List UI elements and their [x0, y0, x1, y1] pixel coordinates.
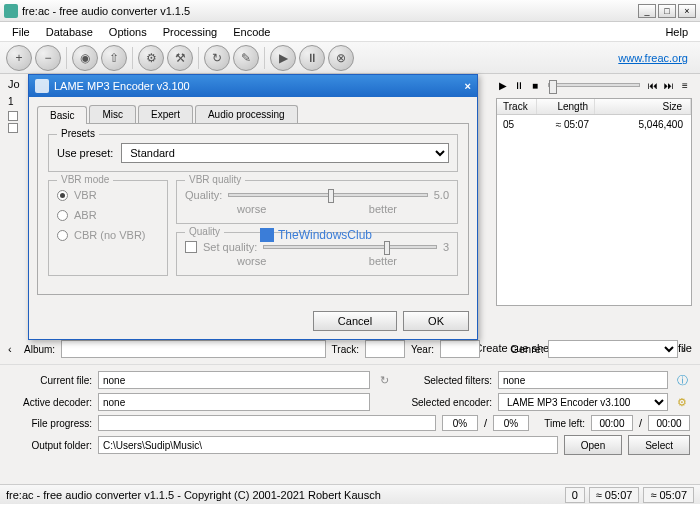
- set-quality-checkbox[interactable]: [185, 241, 197, 253]
- player-play-icon[interactable]: ▶: [496, 78, 510, 92]
- info-icon[interactable]: ⓘ: [674, 372, 690, 388]
- progress-pct-1: 0%: [442, 415, 478, 431]
- current-file-value: none: [98, 371, 370, 389]
- stop-icon[interactable]: ⊗: [328, 45, 354, 71]
- website-link[interactable]: www.freac.org: [618, 52, 694, 64]
- player-pause-icon[interactable]: ⏸: [512, 78, 526, 92]
- right-arrow-icon[interactable]: ›: [682, 343, 692, 355]
- vbr-radio[interactable]: [57, 190, 68, 201]
- tag-icon[interactable]: ✎: [233, 45, 259, 71]
- row-num: 1: [8, 96, 20, 107]
- active-decoder-label: Active decoder:: [10, 397, 92, 408]
- col-header-track[interactable]: Track: [497, 99, 537, 114]
- abr-label: ABR: [74, 209, 97, 221]
- cancel-button[interactable]: Cancel: [313, 311, 397, 331]
- file-progress-bar: [98, 415, 436, 431]
- vbr-quality-legend: VBR quality: [185, 174, 245, 185]
- time-left-2: 00:00: [648, 415, 690, 431]
- status-copyright: fre:ac - free audio converter v1.1.5 - C…: [6, 489, 381, 501]
- track-label: Track:: [332, 344, 359, 355]
- dialog-close-icon[interactable]: ×: [465, 80, 471, 92]
- menu-bar: File Database Options Processing Encode …: [0, 22, 700, 42]
- track-table: Track Length Size 05 ≈ 05:07 5,046,400: [496, 98, 692, 306]
- menu-help[interactable]: Help: [657, 24, 696, 40]
- menu-options[interactable]: Options: [101, 24, 155, 40]
- ok-button[interactable]: OK: [403, 311, 469, 331]
- tab-expert[interactable]: Expert: [138, 105, 193, 123]
- player-seek-slider[interactable]: [548, 83, 640, 87]
- vbr-mode-legend: VBR mode: [57, 174, 113, 185]
- tab-basic[interactable]: Basic: [37, 106, 87, 124]
- minimize-button[interactable]: _: [638, 4, 656, 18]
- dialog-title-text: LAME MP3 Encoder v3.100: [54, 80, 190, 92]
- track-input[interactable]: [365, 340, 405, 358]
- dialog-titlebar[interactable]: LAME MP3 Encoder v3.100 ×: [29, 75, 477, 97]
- cbr-label: CBR (no VBR): [74, 229, 146, 241]
- vbr-quality-slider[interactable]: [228, 193, 427, 197]
- add-file-icon[interactable]: +: [6, 45, 32, 71]
- selected-filters-value: none: [498, 371, 668, 389]
- year-label: Year:: [411, 344, 434, 355]
- menu-file[interactable]: File: [4, 24, 38, 40]
- col-header-length[interactable]: Length: [537, 99, 595, 114]
- genre-select[interactable]: [548, 340, 678, 358]
- check-all-box[interactable]: [8, 111, 18, 121]
- output-folder-label: Output folder:: [10, 440, 92, 451]
- menu-encode[interactable]: Encode: [225, 24, 278, 40]
- menu-database[interactable]: Database: [38, 24, 101, 40]
- toolbar: + − ◉ ⇧ ⚙ ⚒ ↻ ✎ ▶ ⏸ ⊗ www.freac.org: [0, 42, 700, 74]
- vbr-quality-value: 5.0: [434, 189, 449, 201]
- status-bar: fre:ac - free audio converter v1.1.5 - C…: [0, 484, 700, 504]
- config-icon[interactable]: ⚒: [167, 45, 193, 71]
- select-button[interactable]: Select: [628, 435, 690, 455]
- col-header-size[interactable]: Size: [595, 99, 691, 114]
- player-prev-icon[interactable]: ⏮: [646, 78, 660, 92]
- output-folder-input[interactable]: [98, 436, 558, 454]
- left-arrow-icon[interactable]: ‹: [8, 343, 18, 355]
- time-left-label: Time left:: [535, 418, 585, 429]
- bottom-panel: Current file: none ↻ Selected filters: n…: [0, 364, 700, 484]
- encoder-settings-icon[interactable]: ⚙: [674, 394, 690, 410]
- refresh-icon[interactable]: ↻: [376, 372, 392, 388]
- track-panel: ▶ ⏸ ■ ⏮ ⏭ ≡ Track Length Size 05 ≈ 05:07…: [496, 78, 692, 306]
- watermark: TheWindowsClub: [260, 228, 372, 242]
- submit-icon[interactable]: ⇧: [101, 45, 127, 71]
- year-input[interactable]: [440, 340, 480, 358]
- abr-radio[interactable]: [57, 210, 68, 221]
- progress-pct-2: 0%: [493, 415, 529, 431]
- play-icon[interactable]: ▶: [270, 45, 296, 71]
- selected-encoder-select[interactable]: LAME MP3 Encoder v3.100: [498, 393, 668, 411]
- database-icon[interactable]: ◉: [72, 45, 98, 71]
- set-quality-label: Set quality:: [203, 241, 257, 253]
- selected-filters-label: Selected filters:: [398, 375, 492, 386]
- preset-select[interactable]: Standard: [121, 143, 449, 163]
- status-time-2: ≈ 05:07: [643, 487, 694, 503]
- open-button[interactable]: Open: [564, 435, 622, 455]
- set-quality-value: 3: [443, 241, 449, 253]
- player-stop-icon[interactable]: ■: [528, 78, 542, 92]
- tab-audio-processing[interactable]: Audio processing: [195, 105, 298, 123]
- tab-misc[interactable]: Misc: [89, 105, 136, 123]
- window-titlebar: fre:ac - free audio converter v1.1.5 _ □…: [0, 0, 700, 22]
- status-time-1: ≈ 05:07: [589, 487, 640, 503]
- use-preset-label: Use preset:: [57, 147, 113, 159]
- encoder-dialog: LAME MP3 Encoder v3.100 × Basic Misc Exp…: [28, 74, 478, 340]
- close-button[interactable]: ×: [678, 4, 696, 18]
- process-icon[interactable]: ↻: [204, 45, 230, 71]
- player-next-icon[interactable]: ⏭: [662, 78, 676, 92]
- pause-icon[interactable]: ⏸: [299, 45, 325, 71]
- item-checkbox[interactable]: [8, 123, 18, 133]
- maximize-button[interactable]: □: [658, 4, 676, 18]
- vbr-label: VBR: [74, 189, 97, 201]
- app-icon: [4, 4, 18, 18]
- player-end-icon[interactable]: ≡: [678, 78, 692, 92]
- quality-slider[interactable]: [263, 245, 436, 249]
- settings-icon[interactable]: ⚙: [138, 45, 164, 71]
- vbr-quality-label: Quality:: [185, 189, 222, 201]
- remove-file-icon[interactable]: −: [35, 45, 61, 71]
- menu-processing[interactable]: Processing: [155, 24, 225, 40]
- table-row[interactable]: 05 ≈ 05:07 5,046,400: [497, 115, 691, 134]
- cbr-radio[interactable]: [57, 230, 68, 241]
- cell-size: 5,046,400: [595, 117, 691, 132]
- album-input[interactable]: [61, 340, 325, 358]
